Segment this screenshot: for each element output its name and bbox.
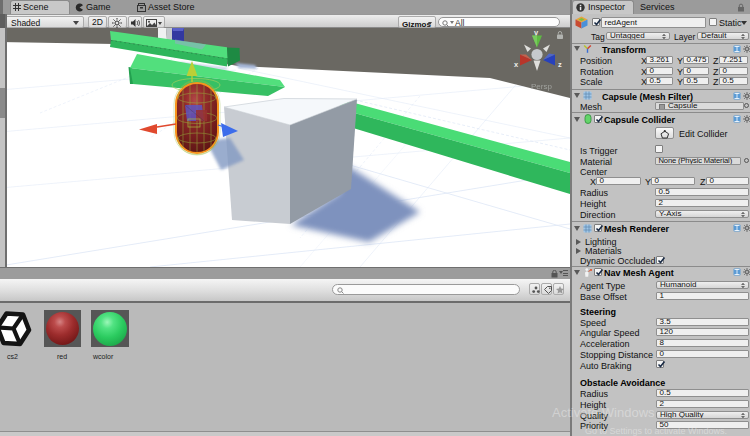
svg-text:Persp: Persp	[531, 82, 552, 91]
svg-text:z: z	[558, 60, 562, 69]
